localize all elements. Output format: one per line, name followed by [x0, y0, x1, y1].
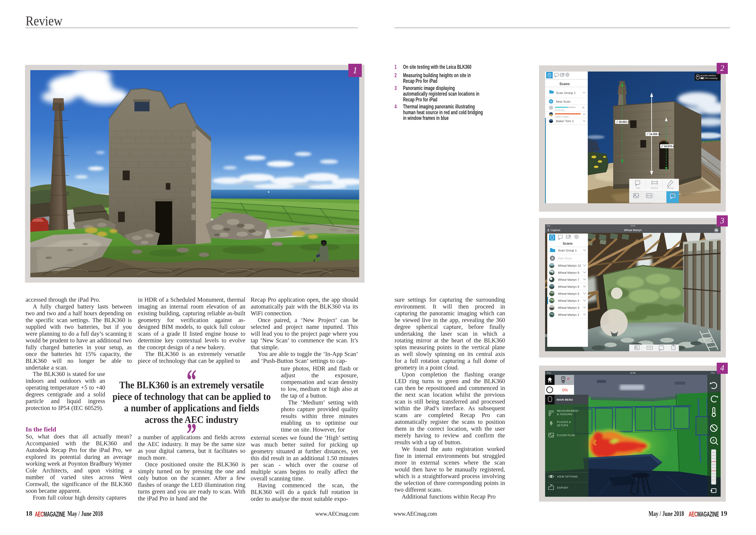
svg-text:02:05: 02:05 — [631, 225, 635, 227]
svg-text:Wheal Martyn 2: Wheal Martyn 2 — [558, 313, 579, 317]
svg-text:New Scan: New Scan — [558, 257, 572, 260]
svg-text:Distance: Distance — [651, 187, 658, 189]
svg-text:New Scan: New Scan — [556, 100, 571, 103]
svg-text:0%: 0% — [562, 388, 568, 392]
svg-text:Scan Group 1: Scan Group 1 — [558, 249, 577, 252]
svg-text:10.579 m: 10.579 m — [664, 145, 675, 148]
svg-text:95% remaining: 95% remaining — [705, 77, 717, 79]
svg-text:Wheal Martyn 6: Wheal Martyn 6 — [558, 285, 579, 288]
svg-text:02:06: 02:06 — [630, 372, 635, 374]
svg-text:BLK360-3500502: BLK360-3500502 — [701, 74, 716, 77]
svg-text:Wheal Martyn 7: Wheal Martyn 7 — [558, 278, 579, 281]
svg-text:iPad: iPad — [547, 225, 550, 227]
svg-text:Scans: Scans — [563, 241, 573, 245]
svg-text:Markup: Markup — [667, 187, 674, 189]
svg-text:Capture: Capture — [551, 229, 560, 232]
svg-text:14.358 m: 14.358 m — [649, 133, 660, 136]
svg-text:Baker Tom 1: Baker Tom 1 — [556, 119, 574, 123]
svg-text:Wheal Martyn 12: Wheal Martyn 12 — [558, 264, 581, 268]
svg-text:EXPORT: EXPORT — [557, 486, 569, 489]
svg-text:FLOOR PLAN: FLOOR PLAN — [557, 434, 575, 437]
svg-text:& TAGGING: & TAGGING — [557, 413, 573, 416]
svg-text:unable to register: unable to register — [555, 116, 569, 118]
svg-text:20.652 m: 20.652 m — [619, 121, 630, 124]
svg-text:Wheal Martyn 3: Wheal Martyn 3 — [558, 306, 579, 309]
svg-text:Scan Group 1: Scan Group 1 — [556, 91, 576, 95]
svg-text:iPad: iPad — [547, 372, 551, 374]
svg-text:Wheal Martyn 4: Wheal Martyn 4 — [558, 299, 579, 302]
svg-text:Wheal Martyn 8: Wheal Martyn 8 — [558, 271, 579, 274]
svg-text:A: A — [713, 438, 715, 442]
svg-text:Wheal Martyn: Wheal Martyn — [624, 228, 642, 232]
svg-text:Wheal Martyn 5: Wheal Martyn 5 — [558, 292, 579, 296]
svg-text:MEASUREMENT: MEASUREMENT — [557, 409, 579, 412]
svg-text:SETUPS: SETUPS — [557, 424, 568, 427]
svg-text:Note: Note — [636, 187, 640, 189]
svg-text:Processing...: Processing... — [555, 109, 565, 111]
svg-text:MAIN MENU: MAIN MENU — [557, 398, 573, 401]
svg-text:PLACES &: PLACES & — [557, 421, 571, 424]
svg-text:76%: 76% — [711, 372, 715, 374]
svg-text:Scans: Scans — [559, 82, 570, 86]
svg-text:VIEW OPTIONS: VIEW OPTIONS — [557, 475, 578, 478]
